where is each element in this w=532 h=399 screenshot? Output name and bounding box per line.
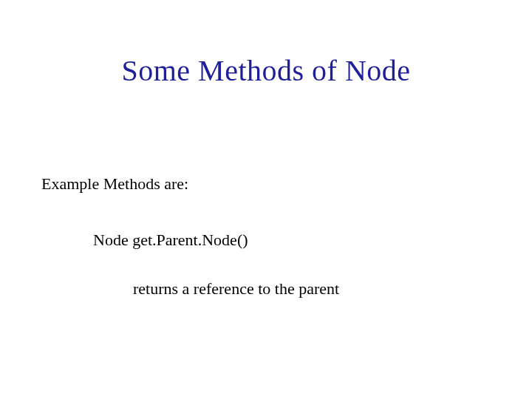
slide-title: Some Methods of Node — [0, 53, 532, 88]
slide: Some Methods of Node Example Methods are… — [0, 53, 532, 399]
method-signature: Node get.Parent.Node() — [93, 231, 248, 250]
method-description: returns a reference to the parent — [133, 279, 339, 299]
example-methods-label: Example Methods are: — [41, 174, 188, 194]
